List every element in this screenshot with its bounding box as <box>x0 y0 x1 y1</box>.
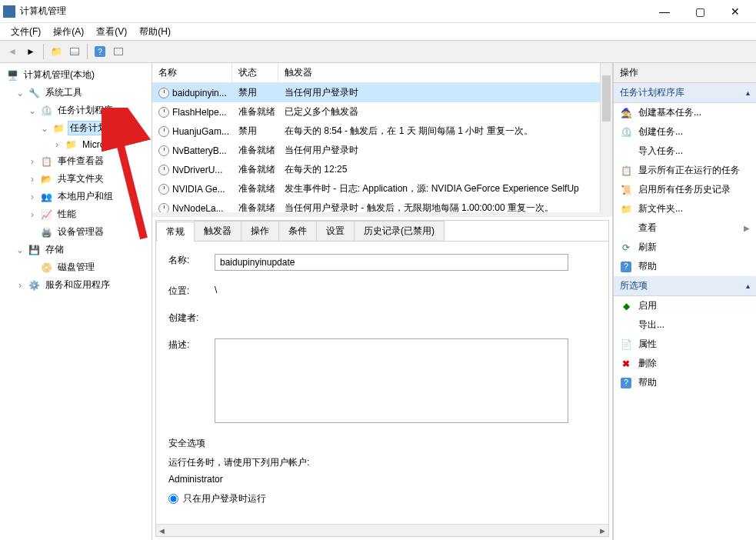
export-icon <box>620 319 632 332</box>
task-trigger: 在每天的 8:54 - 触发后，在 1 天 期间每隔 1 小时 重复一次。 <box>278 123 612 139</box>
tree-disk-management[interactable]: ›📀磁盘管理 <box>0 258 152 276</box>
tree-shared-folders[interactable]: ›📂共享文件夹 <box>0 170 152 188</box>
storage-icon: 💾 <box>28 244 40 256</box>
action-refresh[interactable]: ⟳刷新 <box>614 238 756 257</box>
toolbar-folder-icon[interactable]: 📁 <box>48 43 65 60</box>
task-row[interactable]: FlashHelpe...准备就绪已定义多个触发器 <box>152 102 612 122</box>
task-clock-icon <box>158 107 169 118</box>
tab-conditions[interactable]: 条件 <box>278 221 317 241</box>
tree-services-apps[interactable]: ›⚙️服务和应用程序 <box>0 276 152 294</box>
tree-task-scheduler[interactable]: ⌄⏲️任务计划程序 <box>0 102 152 119</box>
action-enable[interactable]: ◆启用 <box>614 296 756 315</box>
tab-settings[interactable]: 设置 <box>316 221 355 241</box>
task-clock-icon <box>158 184 169 195</box>
tab-general[interactable]: 常规 <box>156 222 195 242</box>
task-name: NVIDIA Ge... <box>172 184 225 195</box>
tree-performance[interactable]: ›📈性能 <box>0 205 152 223</box>
properties-panel: 常规 触发器 操作 条件 设置 历史记录(已禁用) 名称: 位置: \ 创建者: <box>155 220 609 537</box>
tree-panel[interactable]: 🖥️计算机管理(本地) ⌄🔧系统工具 ⌄⏲️任务计划程序 ⌄📁任务计划程序库 ›… <box>0 63 152 540</box>
task-name: FlashHelpe... <box>172 107 227 118</box>
tree-event-viewer[interactable]: ›📋事件查看器 <box>0 152 152 170</box>
task-row[interactable]: NvNodeLa...准备就绪当任何用户登录时 - 触发后，无限期地每隔 1.0… <box>152 198 612 217</box>
action-help[interactable]: ?帮助 <box>614 257 756 276</box>
action-export[interactable]: 导出... <box>614 315 756 335</box>
history-icon: 📜 <box>620 184 632 196</box>
task-row[interactable]: NVIDIA Ge...准备就绪发生事件时 - 日志: Application，… <box>152 179 612 198</box>
tree-computer-management[interactable]: 🖥️计算机管理(本地) <box>0 66 152 84</box>
task-row[interactable]: NvDriverU...准备就绪在每天的 12:25 <box>152 160 612 179</box>
task-row[interactable]: HuanjuGam...禁用在每天的 8:54 - 触发后，在 1 天 期间每隔… <box>152 122 612 141</box>
task-list[interactable]: 名称 状态 触发器 baidupinyin...禁用当任何用户登录时FlashH… <box>152 63 612 217</box>
tree-storage[interactable]: ⌄💾存储 <box>0 241 152 258</box>
chevron-down-icon[interactable]: ⌄ <box>28 105 37 116</box>
task-clock-icon <box>158 203 169 214</box>
toolbar-grid-icon[interactable] <box>66 43 83 60</box>
tree-local-users[interactable]: ›👥本地用户和组 <box>0 188 152 205</box>
tree-device-manager[interactable]: ›🖨️设备管理器 <box>0 223 152 241</box>
tab-actions[interactable]: 操作 <box>241 221 279 241</box>
chevron-right-icon[interactable]: › <box>28 192 37 202</box>
action-help2[interactable]: ?帮助 <box>614 373 756 392</box>
wizard-icon: 🧙 <box>620 107 632 119</box>
column-name[interactable]: 名称 <box>152 63 232 82</box>
action-view[interactable]: 查看▶ <box>614 218 756 238</box>
column-status[interactable]: 状态 <box>232 63 278 82</box>
maximize-button[interactable]: ▢ <box>682 0 718 23</box>
folder-icon: 📁 <box>65 138 77 151</box>
toolbar-pane-icon[interactable] <box>110 43 127 60</box>
close-button[interactable]: ✕ <box>718 0 753 23</box>
action-enable-history[interactable]: 📜启用所有任务历史记录 <box>614 180 756 199</box>
menu-action[interactable]: 操作(A) <box>47 24 90 40</box>
shared-icon: 📂 <box>40 173 52 185</box>
props-horizontal-scrollbar[interactable]: ◄► <box>156 524 608 536</box>
action-import-task[interactable]: 导入任务... <box>614 142 756 161</box>
task-row[interactable]: NvBatteryB...准备就绪当任何用户登录时 <box>152 141 612 160</box>
actions-group-selected[interactable]: 所选项▴ <box>614 276 756 296</box>
toolbar-help-icon[interactable]: ? <box>92 43 108 60</box>
actions-header: 操作 <box>614 63 756 83</box>
minimize-button[interactable]: — <box>647 0 682 23</box>
action-create-task[interactable]: ⏲️创建任务... <box>614 122 756 142</box>
label-runas: 运行任务时，请使用下列用户帐户: <box>168 456 596 469</box>
task-row[interactable]: baidupinyin...禁用当任何用户登录时 <box>152 83 612 102</box>
tree-system-tools[interactable]: ⌄🔧系统工具 <box>0 84 152 102</box>
services-icon: ⚙️ <box>28 279 40 292</box>
action-properties[interactable]: 📄属性 <box>614 335 756 354</box>
chevron-right-icon[interactable]: › <box>52 139 62 150</box>
action-new-folder[interactable]: 📁新文件夹... <box>614 199 756 218</box>
chevron-right-icon[interactable]: › <box>15 280 25 291</box>
menubar: 文件(F) 操作(A) 查看(V) 帮助(H) <box>0 23 756 40</box>
chevron-right-icon[interactable]: › <box>28 156 37 167</box>
task-clock-icon <box>158 165 169 175</box>
actions-group-library[interactable]: 任务计划程序库▴ <box>614 83 756 103</box>
chevron-right-icon[interactable]: › <box>28 209 37 220</box>
task-name: NvDriverU... <box>172 165 222 175</box>
chevron-down-icon[interactable]: ⌄ <box>15 245 25 255</box>
label-name: 名称: <box>168 254 215 267</box>
menu-file[interactable]: 文件(F) <box>5 24 47 40</box>
chevron-down-icon[interactable]: ⌄ <box>15 88 25 98</box>
tab-history[interactable]: 历史记录(已禁用) <box>354 221 445 241</box>
action-show-running[interactable]: 📋显示所有正在运行的任务 <box>614 161 756 180</box>
radio-only-logged-on[interactable] <box>168 494 178 504</box>
tab-triggers[interactable]: 触发器 <box>194 221 241 241</box>
action-create-basic-task[interactable]: 🧙创建基本任务... <box>614 103 756 122</box>
menu-help[interactable]: 帮助(H) <box>133 24 177 40</box>
task-status: 禁用 <box>232 85 278 101</box>
action-delete[interactable]: ✖删除 <box>614 354 756 373</box>
vertical-scrollbar[interactable] <box>600 63 612 212</box>
column-trigger[interactable]: 触发器 <box>278 63 612 82</box>
tree-task-scheduler-library[interactable]: ⌄📁任务计划程序库 <box>0 119 152 137</box>
window-title: 计算机管理 <box>20 5 647 18</box>
back-button[interactable]: ◄ <box>4 43 21 60</box>
chevron-down-icon[interactable]: ⌄ <box>40 123 49 134</box>
tree-microsoft[interactable]: ›📁Microsoft <box>0 137 152 152</box>
textarea-description[interactable] <box>215 338 568 423</box>
content-panel: 名称 状态 触发器 baidupinyin...禁用当任何用户登录时FlashH… <box>152 63 613 540</box>
forward-button[interactable]: ► <box>22 43 39 60</box>
chevron-right-icon[interactable]: › <box>28 174 37 185</box>
menu-view[interactable]: 查看(V) <box>90 24 133 40</box>
app-icon <box>3 5 15 18</box>
input-task-name[interactable] <box>215 254 568 271</box>
users-icon: 👥 <box>40 191 52 203</box>
